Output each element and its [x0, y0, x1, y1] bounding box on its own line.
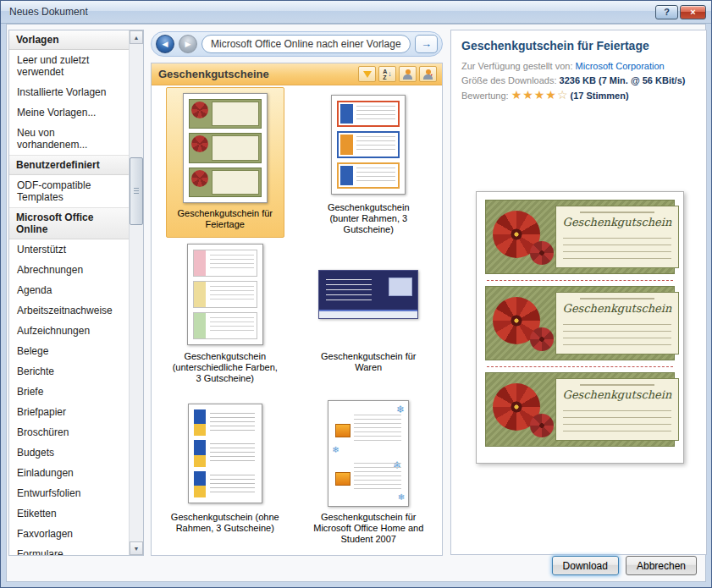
help-button[interactable]: ? [655, 5, 678, 19]
scroll-down-icon[interactable]: ▼ [130, 541, 143, 555]
certificate-title: Geschenkgutschein [563, 388, 672, 401]
rating-star-empty: ☆ [557, 88, 568, 102]
search-go-button[interactable]: → [415, 35, 438, 53]
template-thumbnail-ohne-rahmen [188, 404, 262, 503]
sidebar-header-office-online: Microsoft Office Online [9, 207, 129, 239]
sidebar-item-abrechnungen[interactable]: Abrechnungen [9, 260, 129, 280]
rating-row: Bewertung: ★★★★☆ (17 Stimmen) [461, 88, 698, 103]
provided-by-row: Zur Verfügung gestellt von: Microsoft Co… [461, 59, 698, 74]
sidebar-item-berichte[interactable]: Berichte [9, 361, 129, 382]
template-item-unterschiedliche-farben[interactable]: Geschenkgutschein (unterschiedliche Farb… [166, 238, 284, 395]
template-thumbnail-home-student: ❄ ❄ ❄ ❄ [328, 400, 409, 507]
funnel-icon [363, 71, 372, 78]
sidebar-item-briefpapier[interactable]: Briefpapier [9, 402, 129, 422]
poinsettia-icon [493, 211, 540, 258]
sidebar-item-etiketten[interactable]: Etiketten [9, 503, 129, 524]
sidebar-item-arbeitszeitnachweise[interactable]: Arbeitszeitnachweise [9, 300, 129, 321]
template-grid: Geschenkgutschein für Feiertage Geschenk… [152, 85, 442, 555]
template-item-ohne-rahmen[interactable]: Geschenkgutschein (ohne Rahmen, 3 Gutsch… [166, 395, 284, 553]
certificate-title: Geschenkgutschein [563, 216, 672, 228]
sidebar-item-leer-und-zuletzt[interactable]: Leer und zuletzt verwendet [9, 50, 129, 82]
cancel-button[interactable]: Abbrechen [626, 556, 697, 575]
sidebar-item-agenda[interactable]: Agenda [9, 280, 129, 300]
template-thumbnail-waren [318, 270, 418, 319]
template-caption: Geschenkgutschein (bunter Rahmen, 3 Guts… [312, 202, 424, 235]
sidebar-item-broschueren[interactable]: Broschüren [9, 422, 129, 442]
forward-button: ▶ [179, 35, 197, 53]
sidebar-header-benutzerdefiniert: Benutzerdefiniert [9, 155, 129, 175]
scrollbar-thumb[interactable] [130, 157, 143, 225]
gallery-title: Geschenkgutscheine [158, 68, 269, 80]
template-thumbnail-bunter-rahmen [331, 95, 406, 195]
provider-link[interactable]: Microsoft Corporation [576, 61, 665, 71]
sidebar-item-briefe[interactable]: Briefe [9, 382, 129, 402]
sidebar-item-aufzeichnungen[interactable]: Aufzeichnungen [9, 321, 129, 341]
scroll-up-icon[interactable]: ▲ [130, 30, 143, 44]
rating-stars-filled: ★★★★ [511, 88, 557, 102]
gallery-header: Geschenkgutscheine AZ ↓ × [152, 63, 442, 85]
gift-certificate-preview: Geschenkgutschein [485, 372, 675, 447]
search-navbar: ◀ ▶ → [151, 31, 443, 57]
cut-line [485, 274, 675, 286]
template-caption: Geschenkgutschein für Feiertage [169, 208, 281, 230]
community-templates-button[interactable] [399, 66, 417, 82]
template-gallery: Geschenkgutscheine AZ ↓ × [151, 63, 443, 556]
poinsettia-icon [493, 383, 540, 431]
sidebar-item-neu-von-vorhandenem[interactable]: Neu von vorhandenem... [9, 123, 129, 155]
sidebar-item-meine-vorlagen[interactable]: Meine Vorlagen... [9, 102, 129, 123]
rating-label: Bewertung: [461, 91, 509, 101]
certificate-title: Geschenkgutschein [563, 302, 672, 315]
sidebar-item-formulare[interactable]: Formulare [9, 544, 129, 555]
sidebar-item-entwurfsfolien[interactable]: Entwurfsfolien [9, 483, 129, 503]
preview-panel: Geschenkgutschein für Feiertage Zur Verf… [450, 30, 707, 555]
sidebar-item-installierte-vorlagen[interactable]: Installierte Vorlagen [9, 82, 129, 102]
sort-az-icon: AZ ↓ [383, 69, 392, 80]
dialog-body: Vorlagen Leer und zuletzt verwendet Inst… [6, 24, 706, 582]
person-remove-icon: × [423, 69, 433, 80]
sidebar-item-unterstuetzt[interactable]: Unterstützt [9, 239, 129, 260]
sidebar-item-budgets[interactable]: Budgets [9, 442, 129, 463]
sidebar-header-vorlagen: Vorlagen [9, 30, 129, 50]
category-sidebar: Vorlagen Leer und zuletzt verwendet Inst… [8, 30, 144, 556]
filter-button[interactable] [358, 66, 376, 82]
download-button[interactable]: Download [552, 556, 619, 575]
gallery-toolbar: AZ ↓ × [358, 66, 437, 82]
sidebar-item-odf-templates[interactable]: ODF-compatible Templates [9, 175, 129, 207]
poinsettia-icon [493, 297, 540, 344]
close-button[interactable]: × [680, 5, 706, 19]
gift-certificate-preview: Geschenkgutschein [485, 286, 675, 360]
titlebar[interactable]: Neues Dokument ? × [1, 1, 711, 24]
category-list: Vorlagen Leer und zuletzt verwendet Inst… [9, 30, 129, 555]
template-caption: Geschenkgutschein für Waren [312, 351, 424, 373]
rating-votes: (17 Stimmen) [571, 91, 629, 101]
dialog-footer: Download Abbrechen [552, 556, 697, 575]
template-item-waren[interactable]: Geschenkgutschein für Waren [309, 238, 428, 395]
preview-title: Geschenkgutschein für Feiertage [461, 39, 698, 52]
template-item-home-student[interactable]: ❄ ❄ ❄ ❄ Geschenkgutschein für Microsoft … [309, 395, 428, 553]
back-button[interactable]: ◀ [156, 35, 174, 53]
template-item-feiertage[interactable]: Geschenkgutschein für Feiertage [166, 87, 284, 238]
sidebar-item-einladungen[interactable]: Einladungen [9, 463, 129, 483]
template-caption: Geschenkgutschein (unterschiedliche Farb… [169, 351, 281, 384]
size-value: 3236 KB (7 Min. @ 56 KBit/s) [560, 75, 686, 85]
provided-by-label: Zur Verfügung gestellt von: [461, 61, 572, 71]
template-item-bunter-rahmen[interactable]: Geschenkgutschein (bunter Rahmen, 3 Guts… [309, 87, 428, 238]
cut-line [485, 360, 675, 372]
titlebar-buttons: ? × [655, 5, 711, 19]
template-thumbnail-unterschiedliche-farben [187, 244, 263, 345]
person-icon [403, 69, 412, 80]
sidebar-item-faxvorlagen[interactable]: Faxvorlagen [9, 524, 129, 544]
hide-community-button[interactable]: × [419, 66, 437, 82]
template-thumbnail-feiertage [183, 93, 268, 203]
template-preview-image: Geschenkgutschein Geschenkgutschein [476, 191, 684, 464]
download-size-row: Größe des Downloads: 3236 KB (7 Min. @ 5… [461, 74, 698, 88]
size-label: Größe des Downloads: [461, 75, 557, 85]
sidebar-scrollbar[interactable]: ▲ ▼ [129, 30, 143, 555]
new-document-dialog: Neues Dokument ? × Vorlagen Leer und zul… [0, 0, 712, 588]
sidebar-item-belege[interactable]: Belege [9, 341, 129, 361]
search-input[interactable] [201, 35, 411, 53]
gift-certificate-preview: Geschenkgutschein [485, 200, 675, 274]
template-caption: Geschenkgutschein für Microsoft Office H… [312, 512, 424, 545]
sort-az-button[interactable]: AZ ↓ [378, 66, 396, 82]
template-caption: Geschenkgutschein (ohne Rahmen, 3 Gutsch… [169, 512, 281, 534]
